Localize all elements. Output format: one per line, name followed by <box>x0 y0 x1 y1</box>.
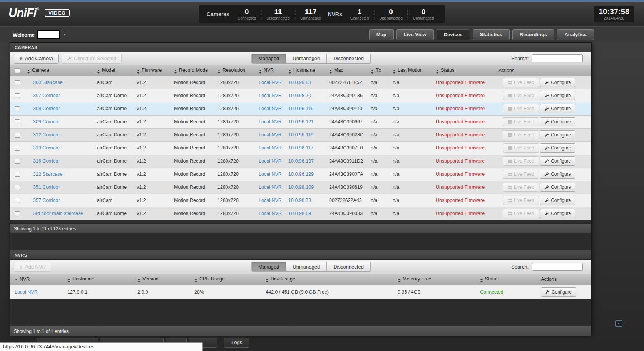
row-checkbox[interactable] <box>15 185 20 190</box>
row-checkbox[interactable] <box>15 159 20 164</box>
camera-name-link[interactable]: 351 Corridor <box>33 185 60 190</box>
configure-button[interactable]: Configure <box>540 209 575 218</box>
live-feed-button[interactable]: Live Feed <box>503 78 539 87</box>
configure-button[interactable]: Configure <box>540 143 575 153</box>
camera-name-link[interactable]: 357 Corridor <box>33 198 60 203</box>
camera-name-link[interactable]: 307 Corridor <box>33 93 60 98</box>
camera-hostname-link[interactable]: 10.0.98.70 <box>288 93 311 98</box>
row-checkbox[interactable] <box>15 106 20 111</box>
col-hostname[interactable]: Hostname <box>286 65 327 76</box>
row-checkbox[interactable] <box>15 211 20 216</box>
row-checkbox[interactable] <box>15 80 20 85</box>
camera-table-row[interactable]: 322 Staircase airCam Dome v1.2 Motion Re… <box>10 168 591 181</box>
col-nvr[interactable]: NVR <box>10 274 65 285</box>
scroll-top-button[interactable]: ▲ <box>615 320 622 327</box>
tab-recordings[interactable]: Recordings <box>512 29 555 40</box>
col-mac[interactable]: Mac <box>327 65 368 76</box>
row-checkbox[interactable] <box>15 119 20 124</box>
select-all-checkbox[interactable] <box>15 68 20 73</box>
col-record-mode[interactable]: Record Mode <box>172 65 215 76</box>
camera-table-row[interactable]: 312 Corridor airCam Dome v1.2 Motion Rec… <box>10 128 591 141</box>
live-feed-button[interactable]: Live Feed <box>503 91 539 100</box>
add-nvr-button[interactable]: + Add NVR <box>14 262 51 272</box>
cameras-search-input[interactable] <box>532 54 583 62</box>
row-checkbox[interactable] <box>15 146 20 151</box>
camera-name-link[interactable]: 3rd floor main staircase <box>33 211 83 216</box>
camera-nvr-link[interactable]: Local NVR <box>259 119 282 124</box>
camera-table-row[interactable]: 309 Corridor airCam Dome v1.2 Motion Rec… <box>10 115 591 128</box>
configure-button[interactable]: Configure <box>541 287 576 297</box>
camera-hostname-link[interactable]: 10.0.98.73 <box>288 198 311 203</box>
configure-button[interactable]: Configure <box>540 183 575 192</box>
camera-table-row[interactable]: 300 Staircase airCam v1.2 Motion Record … <box>10 76 591 89</box>
camera-nvr-link[interactable]: Local NVR <box>259 132 282 138</box>
col-camera[interactable]: Camera <box>25 65 95 76</box>
camera-hostname-link[interactable]: 10.0.98.109 <box>288 185 314 190</box>
configure-button[interactable]: Configure <box>540 91 575 100</box>
col-hostname[interactable]: Hostname <box>65 274 135 285</box>
camera-name-link[interactable]: 316 Corridor <box>33 158 60 164</box>
camera-table-row[interactable]: 316 Corridor airCam Dome v1.2 Motion Rec… <box>10 155 591 168</box>
live-feed-button[interactable]: Live Feed <box>503 156 539 166</box>
live-feed-button[interactable]: Live Feed <box>503 143 539 153</box>
user-name-redacted[interactable] <box>37 30 60 39</box>
col-status[interactable]: Status <box>478 274 539 285</box>
camera-nvr-link[interactable]: Local NVR <box>259 185 282 190</box>
camera-hostname-link[interactable]: 10.0.96.121 <box>288 119 314 124</box>
camera-name-link[interactable]: 322 Staircase <box>33 171 62 177</box>
col-status[interactable]: Status <box>433 65 496 76</box>
caret-down-icon[interactable]: ▾ <box>64 32 66 37</box>
row-checkbox[interactable] <box>15 93 20 98</box>
col-nvr[interactable]: NVR <box>256 65 286 76</box>
live-feed-button[interactable]: Live Feed <box>503 117 539 126</box>
row-checkbox[interactable] <box>15 172 20 177</box>
filter-managed[interactable]: Managed <box>251 54 286 64</box>
configure-button[interactable]: Configure <box>540 156 575 166</box>
tab-statistics[interactable]: Statistics <box>473 29 510 40</box>
configure-button[interactable]: Configure <box>540 117 575 126</box>
camera-table-row[interactable]: 307 Corridor airCam Dome v1.2 Motion Rec… <box>10 89 591 102</box>
configure-selected-button[interactable]: Configure Selected <box>62 54 122 64</box>
configure-button[interactable]: Configure <box>540 196 575 205</box>
col-cpu-usage[interactable]: CPU Usage <box>192 274 263 285</box>
camera-nvr-link[interactable]: Local NVR <box>259 145 282 151</box>
camera-name-link[interactable]: 308 Corridor <box>33 106 60 111</box>
tab-map[interactable]: Map <box>369 29 394 40</box>
filter-unmanaged[interactable]: Unmanaged <box>286 54 327 64</box>
nvrs-search-input[interactable] <box>532 263 583 271</box>
camera-nvr-link[interactable]: Local NVR <box>259 211 282 216</box>
camera-table-row[interactable]: 351 Corridor airCam Dome v1.2 Motion Rec… <box>10 181 591 194</box>
camera-nvr-link[interactable]: Local NVR <box>259 198 282 203</box>
camera-nvr-link[interactable]: Local NVR <box>259 80 282 85</box>
nvr-name-link[interactable]: Local NVR <box>15 289 38 295</box>
configure-button[interactable]: Configure <box>540 78 575 87</box>
row-checkbox[interactable] <box>15 133 20 138</box>
camera-hostname-link[interactable]: 10.0.96.137 <box>288 158 314 164</box>
col-disk-usage[interactable]: Disk Usage <box>263 274 395 285</box>
col-tx[interactable]: Tx <box>368 65 390 76</box>
col-version[interactable]: Version <box>135 274 192 285</box>
configure-button[interactable]: Configure <box>540 104 575 113</box>
camera-name-link[interactable]: 309 Corridor <box>33 119 60 124</box>
row-checkbox[interactable] <box>15 198 20 203</box>
col-memory-free[interactable]: Memory Free <box>395 274 478 285</box>
camera-table-row[interactable]: 308 Corridor airCam Dome v1.2 Motion Rec… <box>10 102 591 115</box>
camera-table-row[interactable]: 3rd floor main staircase airCam Dome v1.… <box>10 207 591 220</box>
live-feed-button[interactable]: Live Feed <box>503 104 539 113</box>
camera-table-row[interactable]: 313 Corridor airCam Dome v1.2 Motion Rec… <box>10 141 591 155</box>
tab-live-view[interactable]: Live View <box>396 29 434 40</box>
camera-nvr-link[interactable]: Local NVR <box>259 106 282 111</box>
tab-analytics[interactable]: Analytics <box>557 29 594 40</box>
configure-button[interactable]: Configure <box>540 130 575 139</box>
camera-hostname-link[interactable]: 10.0.98.69 <box>288 211 311 216</box>
camera-hostname-link[interactable]: 10.0.96.117 <box>288 145 313 151</box>
camera-hostname-link[interactable]: 10.0.96.119 <box>288 132 313 138</box>
camera-name-link[interactable]: 300 Staircase <box>33 80 62 85</box>
logs-button[interactable]: Logs <box>224 338 249 348</box>
filter-disconnected[interactable]: Disconnected <box>327 54 371 64</box>
configure-button[interactable]: Configure <box>540 170 575 179</box>
live-feed-button[interactable]: Live Feed <box>503 170 539 179</box>
camera-name-link[interactable]: 312 Corridor <box>33 132 60 138</box>
col-last-motion[interactable]: Last Motion <box>390 65 433 76</box>
filter-managed[interactable]: Managed <box>251 262 286 272</box>
